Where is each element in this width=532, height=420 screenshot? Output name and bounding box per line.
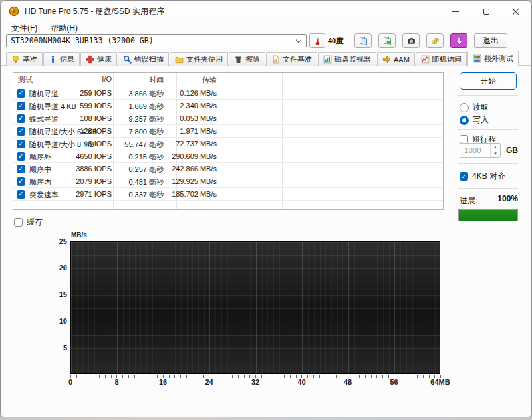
- y-tick-label: 25: [46, 237, 67, 245]
- tab-info[interactable]: 信息: [43, 52, 80, 66]
- tab-magnifier[interactable]: 错误扫描: [118, 52, 169, 66]
- row-checkbox[interactable]: ✓: [17, 127, 25, 136]
- progress-label: 进展:: [460, 195, 477, 207]
- tab-monitor-chart[interactable]: 磁盘监视器: [318, 52, 376, 66]
- tab-label: AAM: [394, 56, 410, 64]
- divider: [458, 163, 518, 164]
- read-radio-label: 读取: [473, 102, 489, 113]
- copy-image-button[interactable]: [378, 33, 396, 48]
- table-row[interactable]: ✓顺序中3886 IOPS0.257 毫秒242.866 MB/s: [13, 163, 443, 175]
- tab-health-cross[interactable]: 健康: [80, 52, 117, 66]
- cell-time: 55.747 毫秒: [124, 140, 164, 150]
- cache-label: 缓存: [27, 217, 43, 228]
- stepper-up-icon[interactable]: ▲: [491, 144, 500, 150]
- row-checkbox[interactable]: ✓: [17, 165, 25, 173]
- copy-docs-icon: [359, 37, 368, 45]
- align-label: 4KB 对齐: [472, 171, 505, 182]
- tab-random-access[interactable]: 随机访问: [416, 52, 467, 66]
- table-row[interactable]: ✓顺序外4650 IOPS0.215 毫秒290.609 MB/s: [13, 150, 443, 163]
- cell-time: 0.215 毫秒: [128, 152, 164, 162]
- divider: [458, 95, 518, 96]
- row-checkbox[interactable]: ✓: [17, 102, 25, 110]
- drive-select[interactable]: ST32000NM004K-3UB133 (32000 GB): [6, 34, 307, 47]
- tab-extra-test[interactable]: 额外测试: [467, 51, 519, 66]
- maximize-icon: [483, 9, 489, 15]
- stepper-down-icon[interactable]: ▼: [491, 150, 500, 157]
- row-checkbox[interactable]: ✓: [17, 190, 25, 199]
- x-tick-label: 8: [114, 378, 118, 386]
- start-button[interactable]: 开始: [460, 72, 517, 90]
- cell-io: 2971 IOPS: [76, 190, 112, 198]
- cell-transfer: 129.925 MB/s: [172, 177, 217, 185]
- read-radio-row[interactable]: 读取: [460, 102, 489, 113]
- align-checkbox[interactable]: ✓: [460, 172, 468, 181]
- row-checkbox[interactable]: ✓: [17, 177, 25, 186]
- tab-trash[interactable]: 擦除: [229, 52, 265, 66]
- save-results-button[interactable]: [426, 33, 444, 48]
- write-radio[interactable]: [460, 116, 469, 125]
- table-row[interactable]: ✓随机寻道/大小 8 MB18 IOPS55.747 毫秒72.737 MB/s: [13, 138, 443, 150]
- cell-test-name: 顺序中: [29, 165, 51, 175]
- test-results-table: 测试 I/O 时间 传输 ✓随机寻道259 IOPS3.866 毫秒0.126 …: [13, 72, 444, 210]
- screenshot-button[interactable]: [402, 33, 420, 48]
- progress-value: 100%: [497, 194, 518, 203]
- info-icon: [49, 55, 57, 64]
- minimize-button[interactable]: [441, 1, 470, 22]
- row-checkbox[interactable]: ✓: [17, 89, 25, 98]
- cell-test-name: 蝶式寻道: [29, 114, 59, 124]
- file-icon: [271, 55, 280, 64]
- cache-checkbox[interactable]: [14, 218, 23, 227]
- window-title: HD Tune Pro 5.75 - 硬盘/SSD 实用程序: [25, 6, 164, 17]
- temperature-button[interactable]: [309, 33, 325, 48]
- download-button[interactable]: [450, 33, 467, 48]
- tab-bar: 基准信息健康错误扫描文件夹使用擦除文件基准磁盘监视器AAM随机访问额外测试: [6, 51, 519, 66]
- tab-page-extra-tests: 测试 I/O 时间 传输 ✓随机寻道259 IOPS3.866 毫秒0.126 …: [1, 66, 531, 418]
- monitor-chart-icon: [323, 55, 332, 64]
- menu-help[interactable]: 帮助(H): [45, 22, 83, 33]
- cell-io: 2079 IOPS: [76, 177, 112, 185]
- thermometer-icon: [313, 37, 322, 45]
- tab-file[interactable]: 文件基准: [266, 52, 317, 66]
- table-row[interactable]: ✓随机寻道/大小 64 KB128 IOPS7.800 毫秒1.971 MB/s: [13, 125, 443, 138]
- exit-button[interactable]: 退出: [474, 33, 507, 48]
- read-radio[interactable]: [460, 103, 469, 112]
- table-row[interactable]: ✓突发速率2971 IOPS0.337 毫秒185.702 MB/s: [13, 188, 443, 201]
- tab-bulb[interactable]: 基准: [6, 52, 43, 66]
- row-checkbox[interactable]: ✓: [17, 152, 25, 161]
- cache-row[interactable]: 缓存: [14, 217, 43, 228]
- write-radio-row[interactable]: 写入: [460, 114, 489, 126]
- size-stepper[interactable]: 1000 ▲ ▼: [460, 143, 501, 158]
- progress-bar: [458, 209, 518, 221]
- copy-text-button[interactable]: [354, 33, 372, 48]
- cell-io: 599 IOPS: [80, 102, 112, 110]
- taskbar-sliver: [0, 417, 532, 420]
- table-row[interactable]: ✓随机寻道259 IOPS3.866 毫秒0.126 MB/s: [13, 87, 443, 100]
- tab-label: 文件夹使用: [186, 54, 223, 64]
- close-button[interactable]: [501, 1, 530, 22]
- cell-test-name: 随机寻道: [29, 89, 59, 99]
- table-row[interactable]: ✓随机寻道 4 KB599 IOPS1.669 毫秒2.340 MB/s: [13, 100, 443, 112]
- cell-test-name: 随机寻道 4 KB: [29, 102, 76, 112]
- tab-folder[interactable]: 文件夹使用: [170, 52, 228, 66]
- cell-time: 0.257 毫秒: [128, 165, 164, 175]
- tab-speaker[interactable]: AAM: [377, 52, 415, 66]
- cell-io: 4650 IOPS: [76, 152, 112, 160]
- y-tick-label: 15: [46, 290, 67, 298]
- row-checkbox[interactable]: ✓: [17, 140, 25, 148]
- header-transfer: 传输: [202, 75, 217, 85]
- table-row[interactable]: ✓蝶式寻道108 IOPS9.257 毫秒0.053 MB/s: [13, 112, 443, 125]
- x-tick-label: 48: [344, 378, 352, 386]
- cell-time: 3.866 毫秒: [128, 89, 164, 99]
- tab-label: 错误扫描: [134, 54, 164, 64]
- app-icon: [9, 6, 19, 17]
- cell-transfer: 185.702 MB/s: [172, 190, 217, 198]
- table-row[interactable]: ✓顺序内2079 IOPS0.481 毫秒129.925 MB/s: [13, 175, 443, 188]
- row-checkbox[interactable]: ✓: [17, 114, 25, 123]
- tab-label: 磁盘监视器: [334, 54, 371, 64]
- close-icon: [512, 8, 519, 15]
- chart-y-ticks: 252015105: [46, 241, 67, 374]
- maximize-button[interactable]: [471, 1, 501, 22]
- align-row[interactable]: ✓ 4KB 对齐: [460, 171, 505, 182]
- stepper-buttons[interactable]: ▲ ▼: [490, 144, 500, 157]
- menu-file[interactable]: 文件(F): [6, 22, 43, 33]
